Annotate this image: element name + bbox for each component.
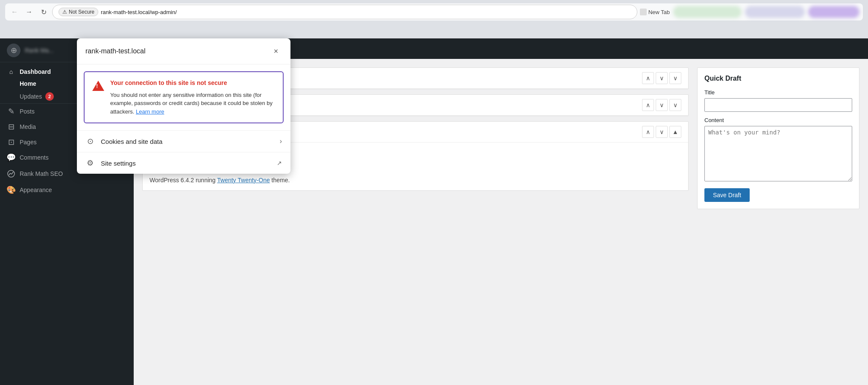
browser-nav-bar: ← → ↻ ⚠ Not Secure rank-math-test.local/… xyxy=(5,3,863,20)
not-secure-label: Not Secure xyxy=(69,9,94,15)
panel-collapse-2[interactable]: ∨ xyxy=(669,99,681,111)
not-secure-badge: ⚠ Not Secure xyxy=(59,8,98,16)
rankmath-label: Rank Math SEO xyxy=(20,170,63,177)
comments-icon: 💬 xyxy=(7,153,15,162)
new-tab-favicon xyxy=(640,9,647,15)
browser-extras: New Tab xyxy=(640,6,859,18)
warning-body-text: You should not enter any sensitive infor… xyxy=(110,92,273,115)
comments-label: Comments xyxy=(20,154,49,161)
panel-collapse-down-2[interactable]: ∨ xyxy=(656,99,668,111)
warning-triangle-icon xyxy=(91,79,105,93)
dashboard-label: Dashboard xyxy=(20,68,51,75)
site-settings-icon: ⚙ xyxy=(85,158,95,168)
site-settings-label: Site settings xyxy=(101,160,136,167)
panel-collapse-up-1[interactable]: ∧ xyxy=(642,72,654,84)
pages-label: Pages xyxy=(20,139,37,146)
quick-draft-title: Quick Draft xyxy=(704,75,852,82)
panel-controls-2: ∧ ∨ ∨ xyxy=(642,99,681,111)
address-text: rank-math-test.local/wp-admin/ xyxy=(101,9,177,15)
site-settings-external-icon: ↗ xyxy=(277,160,282,166)
posts-label: Posts xyxy=(20,108,35,115)
sidebar-item-appearance[interactable]: 🎨 Appearance xyxy=(0,182,134,198)
content-label: Content xyxy=(704,117,852,123)
panel-controls-3: ∧ ∨ ▲ xyxy=(642,126,681,138)
popup-title: rank-math-test.local xyxy=(85,47,146,55)
wp-logo-icon: ⊕ xyxy=(7,44,21,57)
updates-label: Updates xyxy=(20,93,42,100)
popup-menu-left-cookies: ⊙ Cookies and site data xyxy=(85,137,162,146)
browser-account-2 xyxy=(745,6,805,18)
media-icon: ⊟ xyxy=(7,122,15,131)
rankmath-icon xyxy=(7,169,15,178)
quick-draft-panel: Quick Draft Title Content Save Draft xyxy=(697,67,859,209)
panel-controls-1: ∧ ∨ ∨ xyxy=(642,72,681,84)
draft-title-input[interactable] xyxy=(704,98,852,112)
refresh-button[interactable]: ↻ xyxy=(38,6,50,18)
forward-button[interactable]: → xyxy=(23,6,35,18)
cookies-chevron-icon: › xyxy=(280,137,282,145)
cookies-icon: ⊙ xyxy=(85,137,95,146)
new-tab-label: New Tab xyxy=(648,9,670,15)
popup-cookies-item[interactable]: ⊙ Cookies and site data › xyxy=(77,130,290,152)
warning-heading: Your connection to this site is not secu… xyxy=(110,79,276,88)
pages-icon: ⊡ xyxy=(7,138,15,146)
title-label: Title xyxy=(704,89,852,96)
popup-menu-left-settings: ⚙ Site settings xyxy=(85,158,136,168)
browser-popup: rank-math-test.local × Your connection t… xyxy=(77,38,290,174)
media-label: Media xyxy=(20,123,36,130)
warning-icon: ⚠ xyxy=(62,9,67,15)
triangle-shape xyxy=(92,81,104,91)
wp-version: WordPress 6.4.2 running xyxy=(150,177,216,184)
popup-close-button[interactable]: × xyxy=(270,45,282,57)
draft-content-textarea[interactable] xyxy=(704,126,852,181)
panel-expand-3[interactable]: ▲ xyxy=(669,126,681,138)
browser-account-3 xyxy=(808,6,859,18)
address-bar[interactable]: ⚠ Not Secure rank-math-test.local/wp-adm… xyxy=(52,5,637,19)
browser-chrome: ← → ↻ ⚠ Not Secure rank-math-test.local/… xyxy=(0,0,868,38)
appearance-icon: 🎨 xyxy=(7,186,15,194)
panel-collapse-1[interactable]: ∨ xyxy=(669,72,681,84)
panel-collapse-up-3[interactable]: ∧ xyxy=(642,126,654,138)
panel-collapse-down-1[interactable]: ∨ xyxy=(656,72,668,84)
theme-suffix: theme. xyxy=(272,177,290,184)
cookies-label: Cookies and site data xyxy=(101,138,162,145)
posts-icon: ✎ xyxy=(7,107,15,116)
popup-title-bar: rank-math-test.local × xyxy=(77,38,290,64)
dashboard-icon: ⌂ xyxy=(7,67,15,76)
browser-account-1 xyxy=(673,6,742,18)
panel-collapse-up-2[interactable]: ∧ xyxy=(642,99,654,111)
learn-more-link[interactable]: Learn more xyxy=(136,108,164,115)
panel-collapse-down-3[interactable]: ∨ xyxy=(656,126,668,138)
wp-info: WordPress 6.4.2 running Twenty Twenty-On… xyxy=(150,177,681,184)
save-draft-button[interactable]: Save Draft xyxy=(704,188,750,202)
back-button[interactable]: ← xyxy=(9,6,21,18)
theme-link[interactable]: Twenty Twenty-One xyxy=(217,177,270,184)
appearance-label: Appearance xyxy=(20,187,52,193)
new-tab: New Tab xyxy=(640,9,670,15)
popup-site-settings-item[interactable]: ⚙ Site settings ↗ xyxy=(77,152,290,174)
updates-badge: 2 xyxy=(45,92,54,101)
warning-body: You should not enter any sensitive infor… xyxy=(110,91,276,116)
warning-content: Your connection to this site is not secu… xyxy=(110,79,276,116)
security-warning-box: Your connection to this site is not secu… xyxy=(84,71,284,123)
